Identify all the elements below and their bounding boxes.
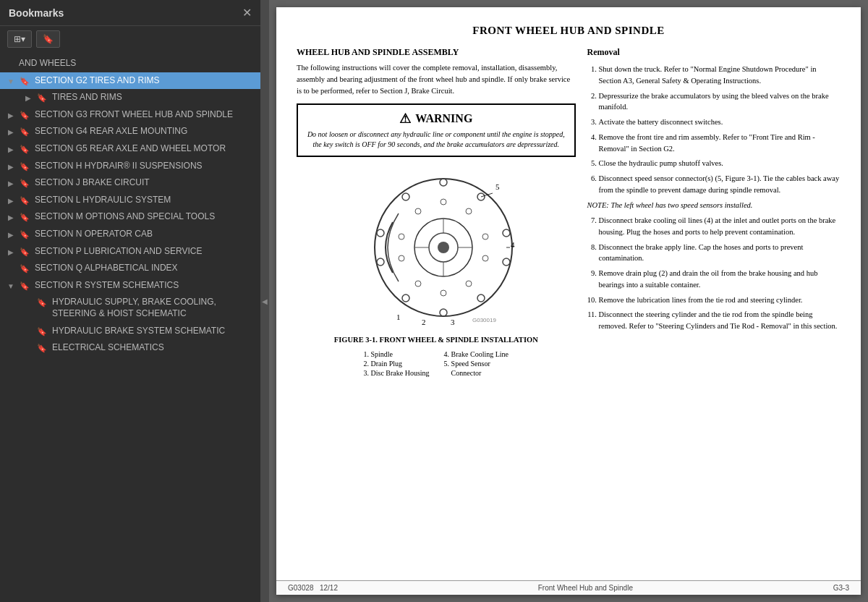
- removal-step-4: Remove the front tire and rim assembly. …: [599, 132, 841, 155]
- svg-point-14: [402, 294, 409, 302]
- sidebar-item-hydraulic-brake[interactable]: 🔖 HYDRAULIC BRAKE SYSTEM SCHEMATIC: [0, 323, 260, 340]
- sidebar-item-section-g5[interactable]: ▶ 🔖 SECTION G5 REAR AXLE AND WHEEL MOTOR: [0, 140, 260, 158]
- bookmark-button[interactable]: 🔖: [36, 30, 60, 48]
- document-footer: G03028 12/12 Front Wheel Hub and Spindle…: [276, 580, 861, 595]
- expand-icon: ▶: [6, 196, 16, 205]
- bookmark-icon: 🔖: [19, 195, 30, 205]
- bookmark-icon: 🔖: [19, 263, 30, 274]
- svg-point-13: [440, 309, 447, 316]
- figure-caption: FIGURE 3-1. FRONT WHEEL & SPINDLE INSTAL…: [334, 335, 538, 346]
- nav-label: SECTION N OPERATOR CAB: [35, 229, 255, 240]
- sidebar-item-section-g4[interactable]: ▶ 🔖 SECTION G4 REAR AXLE MOUNTING: [0, 123, 260, 140]
- nav-label: SECTION P LUBRICATION AND SERVICE: [35, 246, 255, 258]
- removal-step-3: Activate the battery disconnect switches…: [599, 116, 841, 128]
- sidebar-item-hydraulic-supply[interactable]: 🔖 HYDRAULIC SUPPLY, BRAKE COOLING, STEER…: [0, 294, 260, 322]
- nav-label: AND WHEELS: [19, 58, 255, 69]
- sidebar-item-section-g3[interactable]: ▶ 🔖 SECTION G3 FRONT WHEEL HUB AND SPIND…: [0, 106, 260, 124]
- bookmark-icon: 🔖: [19, 127, 30, 137]
- svg-point-19: [466, 208, 472, 214]
- bookmark-icon: 🔖: [19, 110, 30, 120]
- svg-point-23: [441, 290, 446, 296]
- warning-box: ⚠ WARNING Do not loosen or disconnect an…: [297, 103, 576, 157]
- expand-icon: ▶: [6, 162, 16, 171]
- bookmark-icon: 🔖: [19, 212, 30, 222]
- nav-label: SECTION L HYDRAULIC SYSTEM: [35, 195, 255, 206]
- removal-step-11: Disconnect the steering cylinder and the…: [599, 309, 841, 332]
- figure-caption-text: FIGURE 3-1. FRONT WHEEL & SPINDLE INSTAL…: [334, 336, 538, 344]
- footer-doc-id: G03028 12/12: [288, 584, 338, 592]
- sidebar-collapse-handle[interactable]: ◀: [260, 0, 269, 602]
- nav-label: SECTION G2 TIRES AND RIMS: [35, 75, 255, 87]
- page-title: FRONT WHEEL HUB AND SPINDLE: [297, 25, 841, 37]
- sidebar-header: Bookmarks ✕: [0, 0, 260, 26]
- sidebar-item-section-h[interactable]: ▶ 🔖 SECTION H HYDRAIR® II SUSPENSIONS: [0, 158, 260, 175]
- sidebar-item-section-q[interactable]: 🔖 SECTION Q ALPHABETICAL INDEX: [0, 260, 260, 277]
- svg-point-26: [399, 234, 404, 239]
- sidebar-item-electrical[interactable]: 🔖 ELECTRICAL SCHEMATICS: [0, 339, 260, 357]
- warning-triangle-icon: ⚠: [399, 111, 411, 127]
- expand-icon: ▶: [23, 93, 33, 103]
- nav-label: SECTION G3 FRONT WHEEL HUB AND SPINDLE: [35, 109, 255, 121]
- removal-steps-list-continued: Disconnect brake cooling oil lines (4) a…: [587, 215, 841, 332]
- expand-all-button[interactable]: ⊞▾: [7, 30, 32, 48]
- warning-text: Do not loosen or disconnect any hydrauli…: [307, 130, 566, 150]
- sidebar-item-section-n[interactable]: ▶ 🔖 SECTION N OPERATOR CAB: [0, 226, 260, 243]
- bookmark-icon: 🔖: [19, 161, 30, 171]
- sidebar-item-section-g2[interactable]: ▼ 🔖 SECTION G2 TIRES AND RIMS: [0, 72, 260, 90]
- expand-icon: ▼: [6, 281, 16, 291]
- sidebar-item-section-l[interactable]: ▶ 🔖 SECTION L HYDRAULIC SYSTEM: [0, 192, 260, 209]
- removal-step-7: Disconnect brake cooling oil lines (4) a…: [599, 215, 841, 238]
- sidebar-item-section-r[interactable]: ▼ 🔖 SECTION R SYSTEM SCHEMATICS: [0, 277, 260, 294]
- svg-text:2: 2: [422, 318, 426, 326]
- sidebar-item-and-wheels[interactable]: AND WHEELS: [0, 55, 260, 72]
- sidebar-item-section-m[interactable]: ▶ 🔖 SECTION M OPTIONS AND SPECIAL TOOLS: [0, 208, 260, 226]
- removal-heading: Removal: [587, 47, 841, 58]
- expand-icon: ▶: [6, 179, 16, 188]
- removal-step-10: Remove the lubrication lines from the ti…: [599, 294, 841, 306]
- svg-point-11: [503, 258, 510, 266]
- sidebar: Bookmarks ✕ ⊞▾ 🔖 AND WHEELS ▼ 🔖 SECTION …: [0, 0, 260, 602]
- warning-label: WARNING: [415, 112, 472, 125]
- legend-col-right: 4. Brake Cooling Line 5. Speed Sensor Co…: [444, 350, 509, 377]
- svg-text:3: 3: [451, 318, 455, 326]
- sidebar-item-section-p[interactable]: ▶ 🔖 SECTION P LUBRICATION AND SERVICE: [0, 243, 260, 260]
- expand-icon: ▶: [6, 127, 16, 137]
- bookmark-icon: 🔖: [19, 281, 30, 291]
- svg-point-12: [477, 294, 485, 302]
- nav-label: SECTION J BRAKE CIRCUIT: [35, 177, 255, 189]
- legend-item-5b: Connector: [444, 369, 509, 377]
- svg-point-17: [402, 193, 409, 200]
- svg-point-3: [438, 242, 449, 253]
- doc-right-column: Removal Shut down the truck. Refer to "N…: [587, 47, 841, 572]
- sidebar-nav: AND WHEELS ▼ 🔖 SECTION G2 TIRES AND RIMS…: [0, 52, 260, 602]
- wheel-diagram: 5 4 1 2 3: [357, 164, 516, 331]
- bookmark-icon: 🔖: [36, 343, 48, 353]
- bookmark-icon: 🔖: [36, 297, 48, 308]
- nav-label: SECTION Q ALPHABETICAL INDEX: [35, 263, 255, 274]
- nav-label: HYDRAULIC BRAKE SYSTEM SCHEMATIC: [52, 326, 255, 337]
- svg-text:5: 5: [495, 182, 500, 191]
- nav-label: SECTION G5 REAR AXLE AND WHEEL MOTOR: [35, 143, 255, 155]
- svg-point-20: [482, 234, 488, 239]
- nav-label: ELECTRICAL SCHEMATICS: [52, 342, 255, 354]
- removal-step-8: Disconnect the brake apply line. Cap the…: [599, 242, 841, 265]
- removal-step-5: Close the hydraulic pump shutoff valves.: [599, 158, 841, 169]
- expand-icon: ▼: [6, 77, 16, 86]
- svg-point-22: [466, 281, 472, 287]
- legend-item-3: 3. Disc Brake Housing: [363, 369, 429, 377]
- close-button[interactable]: ✕: [242, 6, 252, 20]
- note-text: NOTE: The left wheel has two speed senso…: [587, 200, 841, 211]
- nav-label: HYDRAULIC SUPPLY, BRAKE COOLING, STEERIN…: [52, 297, 255, 319]
- document-page: FRONT WHEEL HUB AND SPINDLE WHEEL HUB AN…: [276, 7, 861, 595]
- removal-step-9: Remove drain plug (2) and drain the oil …: [599, 268, 841, 291]
- svg-point-15: [377, 258, 384, 266]
- svg-point-24: [415, 281, 421, 287]
- sidebar-item-tires-rims[interactable]: ▶ 🔖 TIRES AND RIMS: [0, 89, 260, 106]
- expand-icon: ▶: [6, 145, 16, 154]
- svg-point-8: [440, 179, 447, 186]
- svg-point-27: [415, 208, 421, 214]
- nav-label: SECTION H HYDRAIR® II SUSPENSIONS: [35, 161, 255, 172]
- sidebar-item-section-j[interactable]: ▶ 🔖 SECTION J BRAKE CIRCUIT: [0, 174, 260, 192]
- expand-icon: ▶: [6, 213, 16, 222]
- footer-page: G3-3: [833, 584, 849, 592]
